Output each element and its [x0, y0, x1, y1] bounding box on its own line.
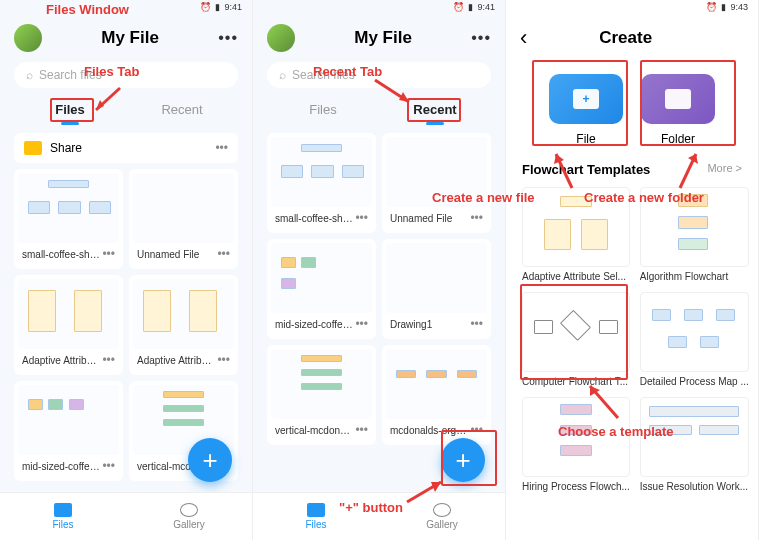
file-card[interactable]: Drawing1•••: [382, 239, 491, 339]
file-card[interactable]: Unnamed File•••: [382, 133, 491, 233]
search-placeholder: Search files: [292, 68, 355, 82]
item-more-icon[interactable]: •••: [355, 317, 368, 331]
file-name: small-coffee-shop-...: [22, 249, 100, 260]
item-more-icon[interactable]: •••: [102, 353, 115, 367]
file-card[interactable]: vertical-mcdonald...•••: [267, 345, 376, 445]
file-name: Adaptive Attribute ...: [22, 355, 100, 366]
item-more-icon[interactable]: •••: [470, 211, 483, 225]
item-more-icon[interactable]: •••: [217, 353, 230, 367]
search-input[interactable]: ⌕ Search files: [14, 62, 238, 88]
file-card[interactable]: mid-sized-coffee-s...•••: [14, 381, 123, 481]
search-input[interactable]: ⌕ Search files: [267, 62, 491, 88]
template-name: Adaptive Attribute Sel...: [522, 271, 630, 282]
tab-files[interactable]: Files: [14, 96, 126, 123]
page-title: My File: [101, 28, 159, 48]
file-name: Adaptive Attribute ...: [137, 355, 215, 366]
template-card[interactable]: Hiring Process Flowch...: [522, 397, 630, 492]
template-card[interactable]: Issue Resolution Work...: [640, 397, 749, 492]
template-name: Computer Flowchart T...: [522, 376, 630, 387]
create-file-button[interactable]: File: [549, 74, 623, 146]
item-more-icon[interactable]: •••: [470, 317, 483, 331]
file-name: Unnamed File: [137, 249, 199, 260]
folder-icon: [24, 141, 42, 155]
avatar[interactable]: [267, 24, 295, 52]
nav-gallery[interactable]: Gallery: [379, 493, 505, 540]
fab-add-button[interactable]: +: [441, 438, 485, 482]
file-grid: small-coffee-shop-...••• Unnamed File•••…: [0, 169, 252, 540]
create-file-label: File: [576, 132, 595, 146]
share-label: Share: [50, 141, 207, 155]
file-card[interactable]: mid-sized-coffee-s...•••: [267, 239, 376, 339]
search-icon: ⌕: [279, 68, 286, 82]
template-name: Algorithm Flowchart: [640, 271, 749, 282]
item-more-icon[interactable]: •••: [102, 459, 115, 473]
status-time: 9:43: [730, 2, 748, 12]
item-more-icon[interactable]: •••: [355, 423, 368, 437]
file-card[interactable]: Adaptive Attribute ...•••: [14, 275, 123, 375]
tabs: Files Recent: [14, 96, 238, 123]
plus-icon: +: [455, 445, 470, 476]
tabs: Files Recent: [267, 96, 491, 123]
battery-icon: ▮: [215, 2, 220, 12]
more-link[interactable]: More >: [707, 162, 742, 177]
header: ‹ Create: [506, 14, 758, 62]
item-more-icon[interactable]: •••: [102, 247, 115, 261]
item-more-icon[interactable]: •••: [217, 247, 230, 261]
template-card[interactable]: Adaptive Attribute Sel...: [522, 187, 630, 282]
file-card[interactable]: small-coffee-shop-...•••: [14, 169, 123, 269]
tab-recent[interactable]: Recent: [379, 96, 491, 123]
bottom-nav: Files Gallery: [253, 492, 505, 540]
nav-files[interactable]: Files: [253, 493, 379, 540]
status-bar: ⏰ ▮ 9:43: [506, 0, 758, 14]
file-name: small-coffee-shop-...: [275, 213, 353, 224]
header: My File •••: [253, 14, 505, 62]
share-folder[interactable]: Share •••: [14, 133, 238, 163]
item-more-icon[interactable]: •••: [215, 141, 228, 155]
template-card[interactable]: Algorithm Flowchart: [640, 187, 749, 282]
fab-add-button[interactable]: +: [188, 438, 232, 482]
create-folder-label: Folder: [661, 132, 695, 146]
file-card[interactable]: mcdonalds-organi...•••: [382, 345, 491, 445]
file-card[interactable]: Adaptive Attribute ...•••: [129, 275, 238, 375]
section-title: Flowchart Templates: [522, 162, 650, 177]
page-title: My File: [354, 28, 412, 48]
files-icon: [307, 503, 325, 517]
search-placeholder: Search files: [39, 68, 102, 82]
file-card[interactable]: Unnamed File•••: [129, 169, 238, 269]
folder-add-icon: [641, 74, 715, 124]
file-name: mid-sized-coffee-s...: [275, 319, 353, 330]
panel-create: ⏰ ▮ 9:43 ‹ Create File Folder Flowchart …: [506, 0, 759, 540]
tab-files[interactable]: Files: [267, 96, 379, 123]
status-time: 9:41: [224, 2, 242, 12]
more-icon[interactable]: •••: [471, 29, 491, 47]
back-icon[interactable]: ‹: [520, 25, 527, 51]
more-icon[interactable]: •••: [218, 29, 238, 47]
battery-icon: ▮: [721, 2, 726, 12]
item-more-icon[interactable]: •••: [355, 211, 368, 225]
files-icon: [54, 503, 72, 517]
gallery-icon: [433, 503, 451, 517]
template-grid: Adaptive Attribute Sel... Algorithm Flow…: [506, 177, 758, 502]
plus-icon: +: [202, 445, 217, 476]
alarm-off-icon: ⏰: [706, 2, 717, 12]
file-name: mcdonalds-organi...: [390, 425, 468, 436]
battery-icon: ▮: [468, 2, 473, 12]
header: My File •••: [0, 14, 252, 62]
create-folder-button[interactable]: Folder: [641, 74, 715, 146]
panel-recent-window: ⏰ ▮ 9:41 My File ••• ⌕ Search files File…: [253, 0, 506, 540]
templates-header: Flowchart Templates More >: [506, 162, 758, 177]
nav-files[interactable]: Files: [0, 493, 126, 540]
file-name: vertical-mcdonald...: [275, 425, 353, 436]
status-bar: ⏰ ▮ 9:41: [0, 0, 252, 14]
template-name: Issue Resolution Work...: [640, 481, 749, 492]
item-more-icon[interactable]: •••: [470, 423, 483, 437]
gallery-icon: [180, 503, 198, 517]
file-card[interactable]: small-coffee-shop-...•••: [267, 133, 376, 233]
tab-recent[interactable]: Recent: [126, 96, 238, 123]
alarm-off-icon: ⏰: [453, 2, 464, 12]
template-card[interactable]: Computer Flowchart T...: [522, 292, 630, 387]
nav-gallery[interactable]: Gallery: [126, 493, 252, 540]
avatar[interactable]: [14, 24, 42, 52]
file-name: mid-sized-coffee-s...: [22, 461, 100, 472]
template-card[interactable]: Detailed Process Map ...: [640, 292, 749, 387]
